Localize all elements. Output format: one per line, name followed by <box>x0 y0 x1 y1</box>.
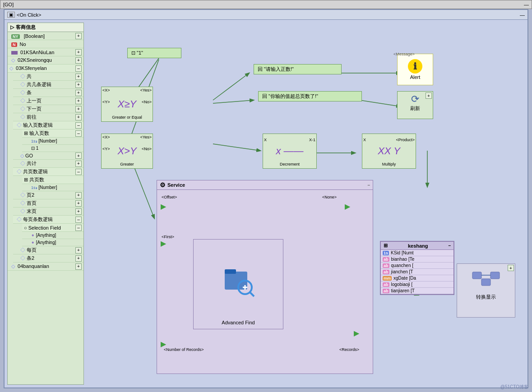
port-first: <First> <box>162 235 174 239</box>
sidebar-expand-04[interactable]: + <box>75 263 82 270</box>
expand[interactable]: + <box>75 255 82 262</box>
sidebar-collapse-03[interactable]: – <box>75 65 82 72</box>
transform-expand[interactable]: + <box>508 265 514 271</box>
sidebar-sub-gong[interactable]: ◇ 共 + <box>13 73 83 81</box>
sidebar-sub-tiao[interactable]: ◇ 条 + <box>13 89 83 97</box>
sidebar-sub-page2[interactable]: ◇ 页2 + <box>13 191 83 199</box>
keshang-row-xgdate: mm xgDate [Da <box>381 275 453 281</box>
sidebar-item-03[interactable]: ◇ 03KSfenyelan – <box>8 65 83 73</box>
sidebar-expand-visible[interactable]: + <box>75 33 82 39</box>
label: ◇ 下一页 <box>20 106 42 112</box>
refresh-node[interactable]: ⟳ 刷新 + <box>397 91 433 119</box>
sidebar-sub-tiao2[interactable]: ◇ 条2 + <box>13 254 83 263</box>
collapse[interactable]: – <box>75 225 82 231</box>
collapse[interactable]: – <box>75 217 82 223</box>
condition-symbol-ge: X≥Y <box>118 98 136 110</box>
svg-line-6 <box>360 100 400 106</box>
multiply-node[interactable]: X <Product> XX Y Multiply <box>362 134 416 169</box>
expand[interactable]: + <box>75 247 82 254</box>
perpage-logic-group: ○ Selection Field – ⁕ [Anything] ⁕ [Anyt… <box>13 224 83 246</box>
port-y-ge: <Y> <box>102 100 110 104</box>
alert-label: Alert <box>410 74 421 80</box>
decrement-node[interactable]: X X-1 x —— Decrement <box>263 134 317 169</box>
sidebar-sub-input-page[interactable]: ⊞ 输入页数 – <box>22 129 83 138</box>
greater-equal-node[interactable]: <X> <Y> <Yes> <No> X≥Y Greater or Equal <box>101 87 153 122</box>
sidebar-sub-total[interactable]: ◇ 共计 + <box>13 160 83 168</box>
sidebar-sub-input-logic[interactable]: ◇ 输入页数逻辑 – <box>13 121 83 129</box>
collapse[interactable]: – <box>75 122 82 129</box>
keshang-collapse[interactable]: – <box>448 243 451 248</box>
alert-icon: ℹ <box>408 59 422 74</box>
value-1: ⊡ 1 <box>22 145 83 152</box>
keshang-row-logo: ab logobiaoji [ <box>381 281 453 288</box>
sidebar-sub-goto[interactable]: ◇ 前往 + <box>13 113 83 121</box>
badge-bar <box>11 51 18 55</box>
field-label: quanchen [ <box>391 263 414 268</box>
sidebar-item-content: 01KSAnNiuLan <box>11 50 54 55</box>
sidebar-sub-last-page[interactable]: ◇ 末页 + <box>13 208 83 216</box>
expand[interactable]: + <box>75 152 82 159</box>
arrow-none: ▶ <box>345 202 350 211</box>
port-y-g: <Y> <box>102 147 110 151</box>
badge-ny: NY <box>11 34 20 39</box>
transform-node[interactable]: + 转换显示 <box>457 263 515 318</box>
expand[interactable]: + <box>75 82 82 88</box>
refresh-expand[interactable]: + <box>426 92 432 99</box>
port-none: <None> <box>322 195 337 199</box>
sidebar-sub-total-page[interactable]: ⊞ 共页数 <box>22 176 83 184</box>
expand[interactable]: + <box>75 200 82 207</box>
input-1-node[interactable]: ⊡ "1" <box>127 48 181 58</box>
sidebar-item-02[interactable]: ◇ 02KSneirongqu + <box>8 56 83 65</box>
sidebar-sub-total-logic[interactable]: ◇ 共页数逻辑 – <box>13 168 83 176</box>
canvas: ⊡ "1" 回 "请输入正数!" 回 "你输的值超总页数了!" ℹ Alert … <box>87 20 527 387</box>
expand[interactable]: + <box>75 114 82 120</box>
expand[interactable]: + <box>75 98 82 104</box>
sidebar-sub-perpage[interactable]: ◇ 每页 + <box>13 246 83 254</box>
service-collapse[interactable]: – <box>367 183 370 188</box>
badge-diamond-02: ◇ <box>11 57 15 63</box>
sidebar-sub-gongjitiaoluoji[interactable]: ◇ 共几条逻辑 + <box>13 81 83 89</box>
sidebar-sub-go[interactable]: ◇ GO + <box>13 152 83 160</box>
label: ◇ 首页 <box>20 200 37 207</box>
main-window: ▣ <On Click> — ▷ 客商信息 NY [Boolean] + N <box>4 9 528 388</box>
field-badge-ab1: ab <box>383 257 389 262</box>
sidebar-item-04[interactable]: ◇ 04banquanlan + <box>8 263 83 271</box>
sidebar-sub-next[interactable]: ◇ 下一页 + <box>13 105 83 113</box>
sidebar-expand-icon[interactable]: ▷ <box>10 24 14 30</box>
badge-n: N <box>11 42 17 47</box>
sidebar-item-no[interactable]: N No <box>8 40 83 48</box>
msg2-node[interactable]: 回 "你输的值超总页数了!" <box>258 91 362 101</box>
sidebar-sub-perpage-logic[interactable]: ◇ 每页条数逻辑 – <box>13 216 83 224</box>
port-x-ge: <X> <box>102 88 110 92</box>
window-close-btn[interactable]: — <box>520 12 525 18</box>
svg-line-4 <box>213 100 254 103</box>
expand[interactable]: + <box>75 208 82 215</box>
label: ◇ 页2 <box>20 192 34 198</box>
condition-symbol-dec: x —— <box>276 145 303 157</box>
sidebar-item-01[interactable]: 01KSAnNiuLan + <box>8 48 83 56</box>
expand-gong[interactable]: + <box>75 74 82 80</box>
collapse[interactable]: – <box>75 169 82 175</box>
field-label: logobiaoji [ <box>391 282 413 287</box>
greater-node[interactable]: <X> <Y> <Yes> <No> X>Y Greater <box>101 134 153 169</box>
sidebar-sub-selection[interactable]: ○ Selection Field – <box>22 224 83 232</box>
expand[interactable]: + <box>75 90 82 96</box>
advanced-find-node[interactable]: Advanced Find <box>193 239 283 329</box>
alert-node[interactable]: ℹ Alert <box>397 54 433 85</box>
title-text: [GO] <box>3 2 14 7</box>
sidebar-expand-02[interactable]: + <box>75 57 82 64</box>
minimize-btn[interactable]: — <box>524 2 529 7</box>
sidebar-expand-01[interactable]: + <box>75 49 82 55</box>
expand[interactable]: + <box>75 192 82 198</box>
port-x-g: <X> <box>102 135 110 139</box>
title-bar: [GO] — <box>0 0 532 9</box>
sidebar-sub-prev[interactable]: ◇ 上一页 + <box>13 97 83 105</box>
msg1-node[interactable]: 回 "请输入正数!" <box>254 64 342 74</box>
sidebar-sub-first-page[interactable]: ◇ 首页 + <box>13 199 83 208</box>
sidebar-item-visible[interactable]: NY [Boolean] + <box>8 32 83 40</box>
expand[interactable]: + <box>75 106 82 112</box>
expand[interactable]: + <box>75 161 82 167</box>
label: ◇ 共几条逻辑 <box>20 81 51 88</box>
transform-label: 转换显示 <box>476 294 496 300</box>
collapse[interactable]: – <box>75 130 82 137</box>
